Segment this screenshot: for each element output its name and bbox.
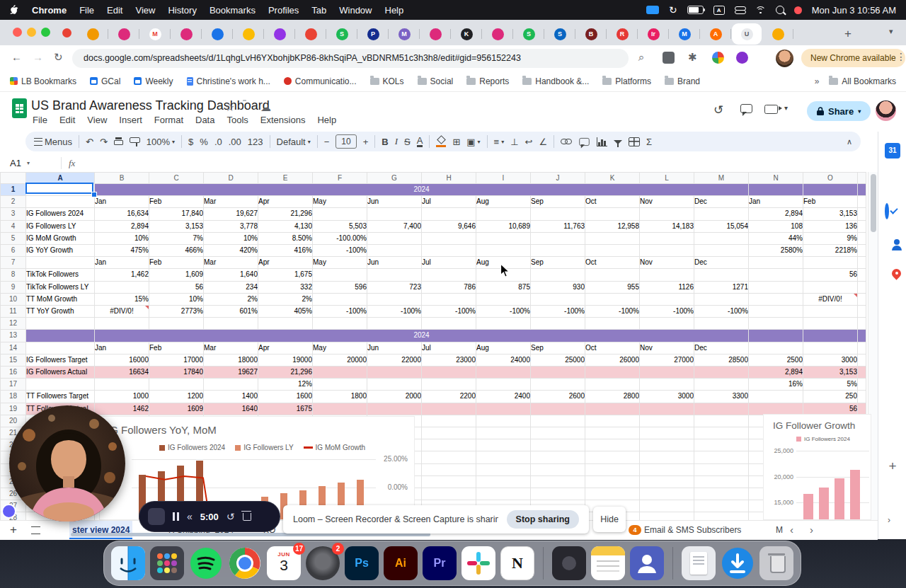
cell-L26[interactable] xyxy=(640,488,694,500)
back-button[interactable]: ← xyxy=(11,51,22,63)
cell-D11[interactable]: 601% xyxy=(204,306,258,318)
cell-G16[interactable] xyxy=(367,367,422,379)
screen-mirroring-icon[interactable] xyxy=(646,6,659,14)
stop-recording-button[interactable] xyxy=(148,508,165,525)
cell-I21[interactable] xyxy=(476,427,531,439)
cell-C9[interactable]: 56 xyxy=(149,281,204,293)
dock-spotify[interactable] xyxy=(189,546,223,580)
rewind-icon[interactable]: « xyxy=(187,511,193,522)
sheets-menu-extensions[interactable]: Extensions xyxy=(260,115,306,125)
extension-purple-icon[interactable] xyxy=(736,52,748,64)
row-header-15[interactable]: 15 xyxy=(1,354,26,366)
sheets-logo-icon[interactable] xyxy=(12,98,27,118)
cell-J14[interactable]: Sep xyxy=(531,342,585,354)
add-icon[interactable]: + xyxy=(885,459,900,474)
bookmark-item[interactable]: Reports xyxy=(466,76,509,86)
cell-L11[interactable]: -100% xyxy=(640,306,694,318)
browser-tab-7[interactable] xyxy=(265,23,294,45)
insert-chart-icon[interactable] xyxy=(597,137,607,146)
cell-D9[interactable]: 234 xyxy=(204,281,258,293)
cell-M27[interactable] xyxy=(694,500,749,512)
cell-G17[interactable] xyxy=(367,379,422,391)
cell-D14[interactable]: Mar xyxy=(204,342,258,354)
cell-K19[interactable] xyxy=(585,403,640,415)
cell-K24[interactable] xyxy=(585,463,640,475)
cell-I15[interactable]: 24000 xyxy=(476,354,531,366)
all-bookmarks-button[interactable]: All Bookmarks xyxy=(829,76,896,86)
cell-D6[interactable]: 420% xyxy=(204,245,258,257)
chrome-menu-icon[interactable]: ⋮ xyxy=(896,51,906,62)
cell-E16[interactable]: 21,296 xyxy=(258,367,313,379)
bookmark-item[interactable]: LB Bookmarks xyxy=(10,76,76,86)
cell-A8[interactable]: TikTok Followers xyxy=(26,269,95,281)
menubar-item-tab[interactable]: Tab xyxy=(311,5,326,16)
cell-I24[interactable] xyxy=(476,463,531,475)
dock-slack[interactable] xyxy=(461,546,495,580)
fill-color-icon[interactable] xyxy=(436,137,446,146)
cell-P1[interactable] xyxy=(858,184,866,196)
cell-P5[interactable] xyxy=(858,232,866,244)
cell-O4[interactable]: 136 xyxy=(803,220,858,232)
col-header-I[interactable]: I xyxy=(476,173,531,184)
cell-F2[interactable]: May xyxy=(313,196,367,208)
cell-P4[interactable] xyxy=(858,220,866,232)
wifi-icon[interactable] xyxy=(755,6,766,14)
cell-D15[interactable]: 18000 xyxy=(204,354,258,366)
menubar-clock[interactable]: Mon Jun 3 10:56 AM xyxy=(812,5,896,16)
row-header-9[interactable]: 9 xyxy=(1,281,26,293)
text-color-icon[interactable]: A xyxy=(417,137,423,147)
cell-J16[interactable] xyxy=(531,367,585,379)
col-header-H[interactable]: H xyxy=(422,173,476,184)
row-header-5[interactable]: 5 xyxy=(1,232,26,244)
row-header-11[interactable]: 11 xyxy=(1,306,26,318)
cell-I10[interactable] xyxy=(476,293,531,305)
cell-I23[interactable] xyxy=(476,451,531,463)
menubar-item-profiles[interactable]: Profiles xyxy=(268,5,299,16)
cell-A16[interactable]: IG Followers Actual xyxy=(26,367,95,379)
dock-teams[interactable] xyxy=(630,546,664,580)
browser-tab-9[interactable]: S xyxy=(327,23,357,45)
cell-O2[interactable]: Feb xyxy=(803,196,858,208)
cell-O5[interactable]: 9% xyxy=(803,232,858,244)
browser-tab-3[interactable]: M xyxy=(140,23,170,45)
cell-G8[interactable] xyxy=(367,269,422,281)
dock-camera-app[interactable]: 2 xyxy=(306,546,340,580)
cell-I11[interactable]: -100% xyxy=(476,306,531,318)
restart-icon[interactable]: ↺ xyxy=(226,511,235,522)
cell-B18[interactable]: 1000 xyxy=(95,391,149,403)
cell-L28[interactable] xyxy=(640,512,694,520)
cell-M11[interactable]: -100% xyxy=(694,306,749,318)
cell-K23[interactable] xyxy=(585,451,640,463)
cell-G3[interactable] xyxy=(367,208,422,220)
font-size-increase-icon[interactable]: + xyxy=(363,137,369,147)
gcal-icon[interactable]: 31 xyxy=(885,143,900,158)
cell-M3[interactable] xyxy=(694,208,749,220)
cell-M24[interactable] xyxy=(694,463,749,475)
cell-L27[interactable] xyxy=(640,500,694,512)
row-header-14[interactable]: 14 xyxy=(1,342,26,354)
cell-H12[interactable] xyxy=(422,318,476,330)
menubar-app-name[interactable]: Chrome xyxy=(32,5,67,16)
dock-launchpad[interactable] xyxy=(150,546,184,580)
cell-O1[interactable] xyxy=(803,184,858,196)
formula-input[interactable] xyxy=(75,154,868,172)
version-history-icon[interactable]: ↺ xyxy=(713,103,723,117)
cell-I5[interactable] xyxy=(476,232,531,244)
cell-B13[interactable]: 2024 xyxy=(95,330,749,342)
cell-A5[interactable]: IG MoM Growth xyxy=(26,232,95,244)
cell-C15[interactable]: 17000 xyxy=(149,354,204,366)
cell-B6[interactable]: 475% xyxy=(95,245,149,257)
cell-E2[interactable]: Apr xyxy=(258,196,313,208)
cell-I2[interactable]: Aug xyxy=(476,196,531,208)
cell-M28[interactable] xyxy=(694,512,749,520)
cell-H10[interactable] xyxy=(422,293,476,305)
cell-F9[interactable]: 596 xyxy=(313,281,367,293)
cell-L3[interactable] xyxy=(640,208,694,220)
col-header-P[interactable] xyxy=(858,173,866,184)
cell-F8[interactable] xyxy=(313,269,367,281)
cell-D16[interactable]: 19627 xyxy=(204,367,258,379)
cell-B9[interactable] xyxy=(95,281,149,293)
grid-corner[interactable] xyxy=(1,173,26,184)
cell-J6[interactable] xyxy=(531,245,585,257)
text-rotate-icon[interactable]: ∠ xyxy=(539,137,547,147)
